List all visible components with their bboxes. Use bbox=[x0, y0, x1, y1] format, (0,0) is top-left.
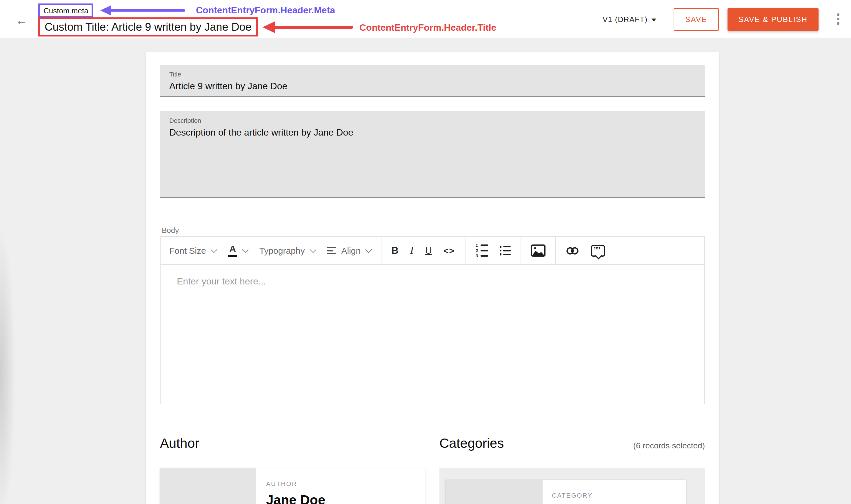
bullet-list-icon bbox=[499, 246, 511, 255]
author-card-info: AUTHOR Jane Doe bbox=[256, 468, 326, 504]
divider bbox=[439, 455, 705, 455]
link-button[interactable] bbox=[560, 237, 585, 264]
text-color-dropdown[interactable]: A bbox=[222, 237, 254, 264]
caret-down-icon bbox=[652, 18, 656, 21]
rich-text-toolbar: Font Size A Typography Align bbox=[160, 236, 705, 265]
reference-sections: Author AUTHOR Jane Doe Categories ( bbox=[160, 435, 705, 504]
divider bbox=[160, 455, 426, 455]
more-options-button[interactable] bbox=[832, 9, 844, 29]
description-field[interactable]: Description Description of the article w… bbox=[160, 111, 705, 198]
unordered-list-button[interactable] bbox=[493, 237, 517, 264]
toolbar-divider bbox=[465, 237, 465, 264]
entry-meta-text: Custom meta bbox=[44, 6, 88, 15]
header-actions: V1 (DRAFT) SAVE SAVE & PUBLISH bbox=[603, 0, 851, 38]
image-button[interactable] bbox=[525, 237, 551, 264]
category-card[interactable]: CATEGORY Transportation bbox=[446, 480, 686, 504]
toolbar-divider bbox=[555, 237, 556, 264]
toolbar-divider bbox=[521, 237, 521, 264]
title-field-label: Title bbox=[169, 71, 696, 78]
app-header: Custom meta Custom Title: Article 9 writ… bbox=[0, 0, 851, 38]
code-icon: <> bbox=[444, 246, 455, 255]
save-button[interactable]: SAVE bbox=[674, 8, 718, 31]
code-button[interactable]: <> bbox=[438, 237, 461, 264]
author-card-name: Jane Doe bbox=[266, 492, 326, 504]
categories-heading: Categories bbox=[439, 435, 504, 451]
entry-form-card: Title Article 9 written by Jane Doe Desc… bbox=[146, 52, 719, 504]
description-field-label: Description bbox=[169, 117, 696, 124]
entry-meta-badge: Custom meta bbox=[38, 3, 93, 18]
title-field[interactable]: Title Article 9 written by Jane Doe bbox=[160, 65, 705, 97]
align-dropdown[interactable]: Align bbox=[321, 237, 377, 264]
bold-icon: B bbox=[391, 245, 399, 256]
categories-panel: CATEGORY Transportation bbox=[439, 468, 705, 504]
text-color-bar bbox=[228, 255, 237, 257]
align-label: Align bbox=[342, 246, 361, 255]
underline-button[interactable]: U bbox=[419, 237, 438, 264]
entry-title-text: Custom Title: Article 9 written by Jane … bbox=[45, 21, 251, 33]
editor-placeholder: Enter your text here... bbox=[177, 276, 704, 287]
quote-button[interactable] bbox=[585, 237, 611, 264]
kebab-icon bbox=[837, 18, 840, 21]
author-card-label: AUTHOR bbox=[266, 480, 326, 487]
underline-icon: U bbox=[425, 245, 432, 256]
bold-button[interactable]: B bbox=[385, 237, 404, 264]
author-card[interactable]: AUTHOR Jane Doe bbox=[160, 468, 426, 504]
text-color-icon: A bbox=[228, 244, 237, 257]
annotation-arrow-title-icon bbox=[262, 20, 353, 35]
content-area: Title Article 9 written by Jane Doe Desc… bbox=[0, 38, 851, 504]
body-field-label: Body bbox=[162, 226, 179, 235]
ordered-list-icon bbox=[475, 244, 488, 257]
author-section: Author AUTHOR Jane Doe bbox=[160, 435, 426, 504]
author-section-header: Author bbox=[160, 435, 426, 451]
typography-dropdown[interactable]: Typography bbox=[254, 237, 321, 264]
font-size-dropdown[interactable]: Font Size bbox=[163, 237, 222, 264]
italic-button[interactable]: I bbox=[404, 237, 419, 264]
category-card-info: CATEGORY Transportation bbox=[543, 480, 645, 504]
annotation-label-meta: ContentEntryForm.Header.Meta bbox=[196, 5, 335, 16]
save-publish-button[interactable]: SAVE & PUBLISH bbox=[728, 8, 819, 31]
link-icon bbox=[566, 246, 579, 255]
kebab-icon bbox=[837, 22, 840, 25]
text-color-letter: A bbox=[229, 244, 236, 253]
font-size-label: Font Size bbox=[169, 246, 206, 255]
chevron-down-icon bbox=[310, 246, 316, 253]
kebab-icon bbox=[837, 14, 840, 16]
chevron-down-icon bbox=[211, 246, 218, 253]
description-field-value: Description of the article written by Ja… bbox=[169, 127, 696, 138]
toolbar-divider bbox=[381, 237, 381, 264]
left-edge-shadow bbox=[0, 183, 19, 504]
image-icon bbox=[531, 245, 545, 257]
records-selected-count: (6 records selected) bbox=[633, 441, 705, 451]
version-label: V1 (DRAFT) bbox=[603, 15, 647, 23]
title-field-value: Article 9 written by Jane Doe bbox=[169, 81, 696, 92]
body-editor[interactable]: Enter your text here... bbox=[160, 264, 705, 404]
author-image-placeholder bbox=[160, 468, 256, 504]
categories-section: Categories (6 records selected) CATEGORY… bbox=[439, 435, 705, 504]
categories-section-header: Categories (6 records selected) bbox=[439, 435, 705, 451]
category-image-placeholder bbox=[446, 480, 543, 504]
entry-title: Custom Title: Article 9 written by Jane … bbox=[38, 17, 258, 36]
category-card-label: CATEGORY bbox=[552, 492, 645, 499]
chevron-down-icon bbox=[365, 246, 372, 253]
quote-icon bbox=[591, 245, 605, 256]
content-entry-screen: Custom meta Custom Title: Article 9 writ… bbox=[0, 0, 851, 504]
author-heading: Author bbox=[160, 435, 199, 451]
align-icon bbox=[327, 247, 336, 255]
ordered-list-button[interactable] bbox=[469, 237, 493, 264]
annotation-arrow-meta-icon bbox=[100, 4, 186, 17]
italic-icon: I bbox=[410, 245, 414, 257]
back-button[interactable] bbox=[13, 11, 30, 29]
chevron-down-icon bbox=[242, 246, 249, 253]
annotation-label-title: ContentEntryForm.Header.Title bbox=[360, 23, 496, 33]
left-arrow-icon bbox=[15, 14, 28, 26]
version-dropdown[interactable]: V1 (DRAFT) bbox=[603, 15, 656, 23]
typography-label: Typography bbox=[259, 246, 305, 255]
